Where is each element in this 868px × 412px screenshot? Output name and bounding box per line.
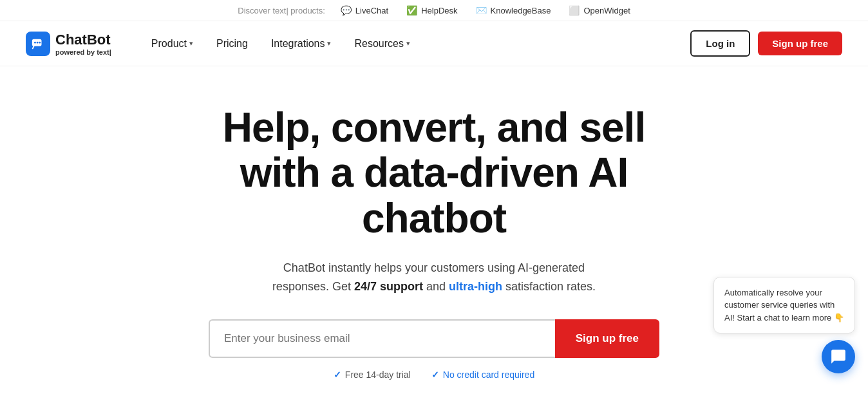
knowledgebase-icon: ✉️ — [476, 5, 487, 15]
trial-item-no-card: ✓ No credit card required — [431, 370, 534, 380]
hero-bold-support: 24/7 support — [354, 280, 423, 293]
trial-item-free: ✓ Free 14-day trial — [334, 370, 411, 380]
openwidget-icon: ⬜ — [569, 5, 580, 15]
product-chevron-icon: ▾ — [189, 39, 193, 48]
top-bar-products: 💬 LiveChat ✅ HelpDesk ✉️ KnowledgeBase ⬜… — [341, 5, 630, 15]
nav-actions: Log in Sign up free — [690, 30, 842, 57]
integrations-chevron-icon: ▾ — [327, 39, 331, 48]
hero-ultra: ultra-high — [449, 280, 502, 293]
signup-hero-button[interactable]: Sign up free — [555, 319, 659, 358]
logo-icon — [26, 32, 50, 56]
svg-point-3 — [39, 41, 41, 43]
hero-title: Help, convert, and sell with a data-driv… — [170, 105, 698, 241]
email-input[interactable] — [209, 319, 555, 358]
email-form: Sign up free — [209, 319, 659, 358]
check-card-icon: ✓ — [431, 370, 439, 380]
openwidget-label: OpenWidget — [583, 6, 630, 15]
navbar: ChatBot powered by text| Product ▾ Prici… — [0, 21, 868, 66]
nav-resources[interactable]: Resources ▾ — [345, 33, 419, 55]
livechat-icon: 💬 — [341, 5, 352, 15]
trial-info: ✓ Free 14-day trial ✓ No credit card req… — [170, 370, 698, 380]
svg-point-1 — [34, 41, 36, 43]
top-bar-openwidget[interactable]: ⬜ OpenWidget — [569, 5, 630, 15]
logo-area[interactable]: ChatBot powered by text| — [26, 32, 111, 56]
logo-powered: powered by text| — [55, 48, 111, 56]
nav-integrations[interactable]: Integrations ▾ — [262, 33, 341, 55]
top-bar-livechat[interactable]: 💬 LiveChat — [341, 5, 388, 15]
check-trial-icon: ✓ — [334, 370, 341, 380]
no-card-label: No credit card required — [443, 370, 534, 380]
hero-section: Help, convert, and sell with a data-driv… — [144, 66, 724, 406]
chat-open-button[interactable] — [822, 340, 855, 373]
top-bar: Discover text| products: 💬 LiveChat ✅ He… — [0, 0, 868, 21]
resources-chevron-icon: ▾ — [406, 39, 410, 48]
nav-pricing[interactable]: Pricing — [207, 33, 257, 55]
logo-text: ChatBot powered by text| — [55, 32, 111, 56]
trial-label: Free 14-day trial — [345, 370, 411, 380]
helpdesk-label: HelpDesk — [421, 6, 457, 15]
logo-name: ChatBot — [55, 32, 111, 48]
livechat-label: LiveChat — [355, 6, 388, 15]
svg-point-2 — [37, 41, 39, 43]
knowledgebase-label: KnowledgeBase — [491, 6, 551, 15]
login-button[interactable]: Log in — [690, 30, 750, 57]
top-bar-knowledgebase[interactable]: ✉️ KnowledgeBase — [476, 5, 551, 15]
hero-subtitle: ChatBot instantly helps your customers u… — [170, 259, 698, 296]
top-bar-helpdesk[interactable]: ✅ HelpDesk — [406, 5, 457, 15]
nav-product[interactable]: Product ▾ — [142, 33, 202, 55]
signup-nav-button[interactable]: Sign up free — [758, 32, 842, 55]
chat-widget: Automatically resolve your customer serv… — [713, 277, 855, 374]
helpdesk-icon: ✅ — [406, 5, 417, 15]
discover-label: Discover text| products: — [238, 6, 325, 15]
chat-bubble: Automatically resolve your customer serv… — [713, 277, 855, 334]
nav-links: Product ▾ Pricing Integrations ▾ Resourc… — [142, 33, 690, 55]
